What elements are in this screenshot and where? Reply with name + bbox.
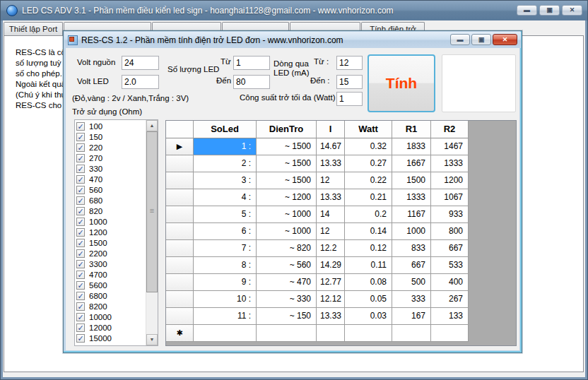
grid-cell[interactable]: 933 bbox=[431, 206, 469, 223]
resistor-option[interactable]: ✓470 bbox=[75, 174, 146, 184]
grid-cell[interactable]: 12 bbox=[317, 172, 345, 189]
grid-cell[interactable]: ~ 1500 bbox=[257, 155, 317, 172]
grid-corner-cell[interactable] bbox=[166, 121, 194, 138]
grid-cell[interactable]: 533 bbox=[431, 257, 469, 274]
grid-col-r1[interactable]: R1 bbox=[392, 121, 431, 138]
grid-cell[interactable]: 167 bbox=[392, 308, 431, 325]
checkbox-checked-icon[interactable]: ✓ bbox=[76, 207, 85, 215]
resistor-option[interactable]: ✓820 bbox=[75, 206, 146, 216]
checkbox-checked-icon[interactable]: ✓ bbox=[76, 249, 85, 258]
grid-cell[interactable]: 667 bbox=[431, 240, 469, 257]
grid-cell[interactable]: 12.2 bbox=[317, 240, 345, 257]
grid-cell[interactable]: 1833 bbox=[392, 138, 431, 155]
grid-cell[interactable]: 7 : bbox=[194, 240, 257, 257]
grid-cell[interactable] bbox=[317, 325, 345, 342]
dong-tu-input[interactable] bbox=[336, 56, 363, 70]
scroll-down-icon[interactable]: ▼ bbox=[146, 334, 158, 345]
main-titlebar[interactable]: LED CS ADV 3.1 - Phần mềm điều kiển led … bbox=[1, 1, 587, 20]
grid-cell[interactable]: 10 : bbox=[194, 291, 257, 308]
checkbox-checked-icon[interactable]: ✓ bbox=[76, 281, 85, 290]
checkbox-checked-icon[interactable]: ✓ bbox=[76, 239, 85, 247]
current-row-icon[interactable]: ▶ bbox=[166, 138, 194, 155]
grid-cell[interactable]: 667 bbox=[392, 257, 431, 274]
grid-cell[interactable]: 0.22 bbox=[345, 172, 392, 189]
checkbox-checked-icon[interactable]: ✓ bbox=[76, 334, 85, 343]
main-maximize-button[interactable]: ▣ bbox=[539, 5, 560, 16]
grid-cell[interactable]: 1167 bbox=[392, 206, 431, 223]
grid-cell[interactable]: 9 : bbox=[194, 274, 257, 291]
grid-cell[interactable]: 0.2 bbox=[345, 206, 392, 223]
checkbox-checked-icon[interactable]: ✓ bbox=[76, 260, 85, 268]
grid-cell[interactable]: 0.05 bbox=[345, 291, 392, 308]
volt-nguon-input[interactable] bbox=[122, 56, 159, 70]
grid-cell[interactable]: 800 bbox=[431, 223, 469, 240]
checkbox-checked-icon[interactable]: ✓ bbox=[76, 122, 85, 131]
grid-cell[interactable]: 14 bbox=[317, 206, 345, 223]
grid-cell[interactable]: 1333 bbox=[392, 189, 431, 206]
row-header[interactable] bbox=[166, 308, 194, 325]
checkbox-checked-icon[interactable]: ✓ bbox=[76, 154, 85, 162]
resistor-option[interactable]: ✓2200 bbox=[75, 248, 146, 259]
grid-col-r2[interactable]: R2 bbox=[431, 121, 469, 138]
grid-cell[interactable]: 0.32 bbox=[345, 138, 392, 155]
grid-cell[interactable]: 500 bbox=[392, 274, 431, 291]
grid-cell[interactable]: ~ 820 bbox=[257, 240, 317, 257]
grid-cell[interactable]: ~ 330 bbox=[257, 291, 317, 308]
resistor-option[interactable]: ✓6800 bbox=[75, 290, 146, 301]
grid-col-i[interactable]: I bbox=[317, 121, 345, 138]
grid-cell[interactable]: ~ 150 bbox=[257, 308, 317, 325]
grid-cell[interactable]: 13.33 bbox=[317, 155, 345, 172]
checkbox-checked-icon[interactable]: ✓ bbox=[76, 196, 85, 205]
grid-cell[interactable]: 2 : bbox=[194, 155, 257, 172]
grid-cell[interactable]: 8 : bbox=[194, 257, 257, 274]
grid-cell[interactable]: 1667 bbox=[392, 155, 431, 172]
checkbox-checked-icon[interactable]: ✓ bbox=[76, 165, 85, 173]
grid-cell[interactable] bbox=[392, 325, 431, 342]
grid-cell[interactable]: 333 bbox=[392, 291, 431, 308]
main-close-button[interactable]: ✕ bbox=[562, 5, 582, 16]
grid-cell[interactable]: 0.14 bbox=[345, 223, 392, 240]
resistor-option[interactable]: ✓330 bbox=[75, 163, 146, 174]
row-header[interactable] bbox=[166, 257, 194, 274]
dialog-close-button[interactable]: ✕ bbox=[493, 34, 517, 45]
grid-cell[interactable]: 0.27 bbox=[345, 155, 392, 172]
grid-cell[interactable]: 12.77 bbox=[317, 274, 345, 291]
volt-led-input[interactable] bbox=[122, 75, 159, 89]
resistor-list-scrollbar[interactable]: ▲ ▼ bbox=[146, 120, 158, 345]
resistor-option[interactable]: ✓220 bbox=[75, 142, 146, 153]
grid-cell[interactable]: 13.33 bbox=[317, 189, 345, 206]
grid-cell[interactable]: 0.08 bbox=[345, 274, 392, 291]
grid-cell[interactable]: ~ 470 bbox=[257, 274, 317, 291]
row-header[interactable] bbox=[166, 172, 194, 189]
resistor-option[interactable]: ✓270 bbox=[75, 153, 146, 163]
grid-cell[interactable]: 4 : bbox=[194, 189, 257, 206]
resistor-option[interactable]: ✓560 bbox=[75, 184, 146, 195]
scrollbar-thumb[interactable] bbox=[146, 131, 158, 292]
grid-cell[interactable]: 3 : bbox=[194, 172, 257, 189]
checkbox-checked-icon[interactable]: ✓ bbox=[76, 133, 85, 141]
dialog-titlebar[interactable]: RES-CS 1.2 - Phần mềm tính điện trở LED … bbox=[64, 32, 521, 48]
grid-cell[interactable]: 6 : bbox=[194, 223, 257, 240]
row-header[interactable] bbox=[166, 240, 194, 257]
grid-cell[interactable]: 400 bbox=[431, 274, 469, 291]
grid-cell[interactable]: 12 bbox=[317, 223, 345, 240]
grid-cell[interactable] bbox=[431, 325, 469, 342]
grid-cell[interactable]: 1467 bbox=[431, 138, 469, 155]
checkbox-checked-icon[interactable]: ✓ bbox=[76, 228, 85, 237]
row-header[interactable] bbox=[166, 274, 194, 291]
row-header[interactable] bbox=[166, 189, 194, 206]
resistor-option[interactable]: ✓680 bbox=[75, 195, 146, 206]
so-luong-tu-input[interactable] bbox=[233, 56, 270, 70]
cong-suat-input[interactable] bbox=[336, 92, 363, 106]
grid-cell[interactable]: 833 bbox=[392, 240, 431, 257]
grid-cell[interactable]: 14.67 bbox=[317, 138, 345, 155]
grid-cell[interactable]: 13.33 bbox=[317, 308, 345, 325]
grid-cell[interactable] bbox=[345, 325, 392, 342]
grid-cell[interactable]: 0.11 bbox=[345, 257, 392, 274]
row-header[interactable] bbox=[166, 291, 194, 308]
checkbox-checked-icon[interactable]: ✓ bbox=[76, 175, 85, 184]
resistor-option[interactable]: ✓4700 bbox=[75, 269, 146, 280]
checkbox-checked-icon[interactable]: ✓ bbox=[76, 323, 85, 332]
grid-col-watt[interactable]: Watt bbox=[345, 121, 392, 138]
scroll-up-icon[interactable]: ▲ bbox=[146, 120, 158, 131]
